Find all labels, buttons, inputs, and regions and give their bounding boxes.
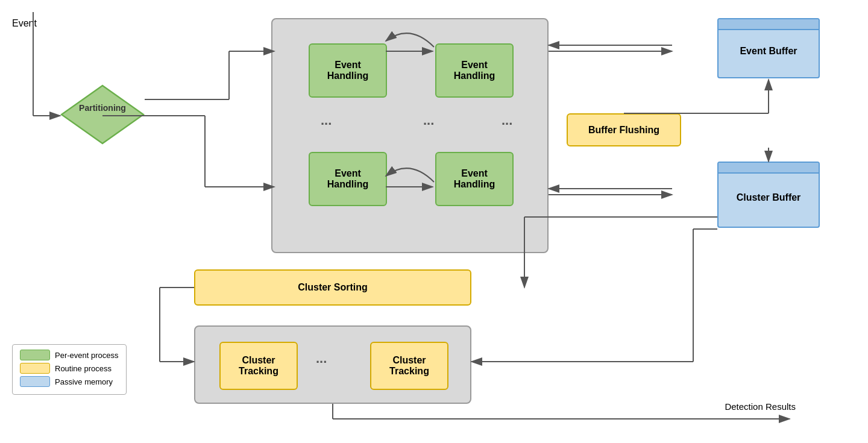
legend-color-blue: [20, 376, 50, 387]
legend-color-green: [20, 350, 50, 360]
legend-routine-text: Routine process: [55, 364, 112, 373]
event-buffer-header: [719, 19, 819, 30]
partitioning-diamond: Partitioning: [60, 84, 145, 145]
legend-item-routine: Routine process: [20, 363, 119, 374]
svg-marker-0: [61, 86, 143, 143]
cluster-sorting-label: Cluster Sorting: [298, 282, 368, 293]
dots-1: ...: [321, 113, 332, 128]
event-handling-3: EventHandling: [309, 152, 387, 206]
buffer-flushing-label: Buffer Flushing: [588, 125, 659, 136]
event-label: Event: [12, 18, 37, 29]
dots-tracking: ...: [316, 351, 327, 366]
cluster-tracking-2: ClusterTracking: [370, 342, 448, 390]
legend-color-yellow: [20, 363, 50, 374]
diagram-container: Event Partitioning Event Buffer Buffer F…: [0, 0, 868, 443]
event-handling-1-label: EventHandling: [327, 60, 368, 81]
event-handling-2: EventHandling: [435, 43, 514, 98]
legend-passive-text: Passive memory: [55, 377, 113, 386]
cluster-tracking-1-label: ClusterTracking: [239, 355, 278, 377]
event-handling-4-label: EventHandling: [454, 168, 495, 190]
event-handling-1: EventHandling: [309, 43, 387, 98]
cluster-buffer-header: [719, 163, 819, 174]
cluster-tracking-1: ClusterTracking: [219, 342, 298, 390]
dots-2: ...: [423, 113, 434, 128]
event-buffer-box: Event Buffer: [717, 18, 820, 78]
legend-per-event-text: Per-event process: [55, 351, 119, 360]
cluster-tracking-container: ClusterTracking ... ClusterTracking: [194, 325, 471, 404]
detection-results-label: Detection Results: [725, 401, 796, 412]
cluster-buffer-label: Cluster Buffer: [737, 192, 801, 203]
event-handling-container: EventHandling EventHandling ... ... ... …: [271, 18, 549, 253]
cluster-buffer-box: Cluster Buffer: [717, 162, 820, 228]
svg-text:Partitioning: Partitioning: [79, 103, 126, 113]
event-handling-2-label: EventHandling: [454, 60, 495, 81]
dots-3: ...: [502, 113, 512, 128]
legend: Per-event process Routine process Passiv…: [12, 344, 127, 395]
legend-item-per-event: Per-event process: [20, 350, 119, 360]
event-handling-3-label: EventHandling: [327, 168, 368, 190]
cluster-tracking-2-label: ClusterTracking: [389, 355, 429, 377]
buffer-flushing-box: Buffer Flushing: [567, 113, 681, 146]
event-buffer-label: Event Buffer: [740, 46, 797, 57]
cluster-sorting-box: Cluster Sorting: [194, 269, 471, 306]
legend-item-passive: Passive memory: [20, 376, 119, 387]
event-handling-4: EventHandling: [435, 152, 514, 206]
